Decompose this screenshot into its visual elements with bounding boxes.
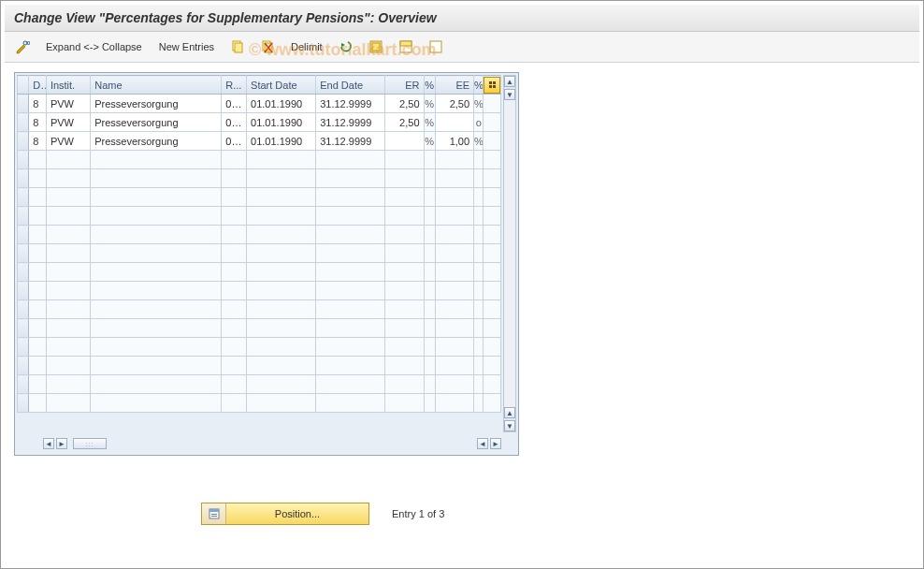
cell-empty[interactable] [29,226,47,244]
cell-empty[interactable] [435,226,473,244]
cell-empty[interactable] [316,226,385,244]
cell-empty[interactable] [385,169,424,188]
cell-empty[interactable] [316,169,385,188]
table-row-empty[interactable] [18,151,501,169]
row-selector[interactable] [18,226,29,244]
row-selector[interactable] [18,207,29,226]
cell-empty[interactable] [222,375,247,394]
table-row-empty[interactable] [18,357,501,375]
cell-ee[interactable] [435,113,473,132]
expand-collapse-button[interactable]: Expand <-> Collapse [40,41,148,52]
select-block-icon[interactable] [394,37,418,56]
cell-empty[interactable] [46,244,90,263]
col-ee[interactable]: EE [435,76,473,95]
cell-empty[interactable] [435,263,473,282]
cell-empty[interactable] [435,244,473,263]
cell-di[interactable]: 8 [29,95,47,113]
cell-empty[interactable] [474,263,484,282]
scroll-right-icon[interactable]: ► [56,438,67,449]
copy-delete-icon[interactable] [255,37,280,56]
cell-empty[interactable] [474,188,484,207]
cell-empty[interactable] [316,357,385,375]
cell-empty[interactable] [46,282,90,300]
row-selector[interactable] [18,394,29,413]
cell-empty[interactable] [222,151,247,169]
cell-empty[interactable] [91,263,222,282]
cell-empty[interactable] [316,151,385,169]
cell-empty[interactable] [474,169,484,188]
cell-empty[interactable] [474,207,484,226]
cell-empty[interactable] [484,282,501,300]
cell-empty[interactable] [435,151,473,169]
cell-empty[interactable] [247,169,316,188]
row-selector[interactable] [18,263,29,282]
cell-empty[interactable] [385,151,424,169]
col-r[interactable]: R... [222,76,247,95]
row-selector-header[interactable] [18,76,29,95]
cell-empty[interactable] [424,207,435,226]
cell-name[interactable]: Presseversorgung [91,95,222,113]
cell-empty[interactable] [91,319,222,338]
cell-empty[interactable] [424,188,435,207]
cell-empty[interactable] [474,375,484,394]
cell-empty[interactable] [46,226,90,244]
table-row-empty[interactable] [18,338,501,357]
cell-empty[interactable] [385,338,424,357]
col-end[interactable]: End Date [316,76,385,95]
scroll-down-icon[interactable]: ▼ [504,89,515,100]
cell-empty[interactable] [435,375,473,394]
cell-empty[interactable] [46,357,90,375]
cell-empty[interactable] [91,169,222,188]
cell-empty[interactable] [91,338,222,357]
cell-empty[interactable] [474,226,484,244]
row-selector[interactable] [18,357,29,375]
cell-empty[interactable] [222,394,247,413]
copy-icon[interactable] [225,37,250,56]
scroll-up2-icon[interactable]: ▲ [504,407,515,418]
cell-empty[interactable] [91,244,222,263]
table-row-empty[interactable] [18,207,501,226]
cell-empty[interactable] [484,151,501,169]
cell-empty[interactable] [247,282,316,300]
row-selector[interactable] [18,244,29,263]
undo-icon[interactable] [334,37,358,56]
cell-empty[interactable] [29,300,47,319]
cell-empty[interactable] [385,357,424,375]
cell-empty[interactable] [316,263,385,282]
row-selector[interactable] [18,375,29,394]
vertical-scrollbar[interactable]: ▲ ▼ ▲ ▼ [503,75,516,432]
cell-empty[interactable] [247,226,316,244]
cell-empty[interactable] [46,207,90,226]
cell-empty[interactable] [247,244,316,263]
cell-empty[interactable] [222,282,247,300]
col-start[interactable]: Start Date [247,76,316,95]
cell-empty[interactable] [424,244,435,263]
table-row-empty[interactable] [18,300,501,319]
cell-empty[interactable] [222,338,247,357]
cell-empty[interactable] [29,244,47,263]
scroll-track[interactable] [504,100,515,407]
cell-empty[interactable] [46,188,90,207]
cell-empty[interactable] [424,319,435,338]
cell-empty[interactable] [435,338,473,357]
cell-empty[interactable] [424,282,435,300]
cell-empty[interactable] [474,300,484,319]
cell-empty[interactable] [46,300,90,319]
cell-empty[interactable] [484,244,501,263]
table-row-empty[interactable] [18,226,501,244]
cell-empty[interactable] [247,338,316,357]
scroll-down2-icon[interactable]: ▼ [504,420,515,431]
cell-empty[interactable] [385,300,424,319]
cell-name[interactable]: Presseversorgung [91,132,222,151]
cell-empty[interactable] [29,282,47,300]
cell-empty[interactable] [91,188,222,207]
cell-empty[interactable] [247,207,316,226]
cell-empty[interactable] [316,244,385,263]
cell-empty[interactable] [29,338,47,357]
cell-empty[interactable] [484,169,501,188]
cell-empty[interactable] [222,300,247,319]
pencil-glasses-icon[interactable] [10,37,35,56]
cell-empty[interactable] [484,338,501,357]
cell-empty[interactable] [385,207,424,226]
cell-empty[interactable] [474,244,484,263]
